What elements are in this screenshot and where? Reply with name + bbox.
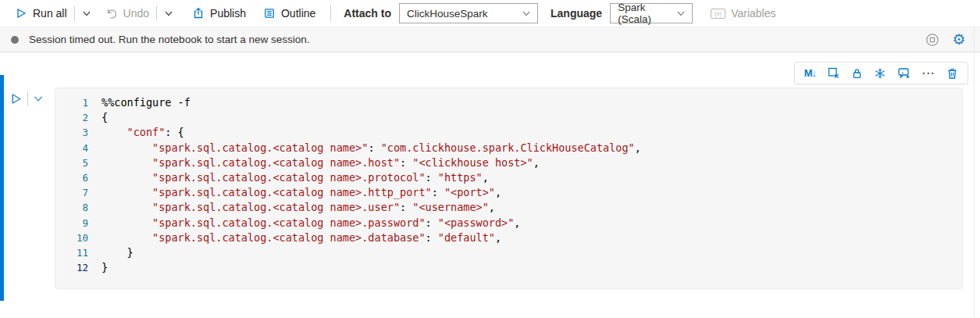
active-cell-indicator xyxy=(0,75,4,301)
outline-button[interactable]: Outline xyxy=(256,0,323,27)
stop-session-button[interactable] xyxy=(922,30,943,50)
cell-run-controls xyxy=(9,91,44,105)
variables-icon: (x) xyxy=(711,9,725,19)
variables-label: Variables xyxy=(731,7,775,20)
collapse-cell-chevron-button[interactable] xyxy=(33,93,44,104)
separator xyxy=(330,5,331,22)
code-line[interactable]: 7 "spark.sql.catalog.<catalog name>.http… xyxy=(55,185,962,200)
code-text: "conf": { xyxy=(102,125,184,140)
attach-to-value: ClickHouseSpark xyxy=(407,8,488,20)
code-line[interactable]: 12} xyxy=(55,260,962,275)
code-text: "spark.sql.catalog.<catalog name>.protoc… xyxy=(102,170,489,185)
markdown-icon: M↓ xyxy=(804,67,816,79)
line-number: 9 xyxy=(55,216,88,230)
language-dropdown[interactable]: Spark (Scala) xyxy=(610,3,693,23)
code-lines: 1%%configure -f2{3 "conf": {4 "spark.sql… xyxy=(55,95,962,275)
delete-cell-button[interactable] xyxy=(941,63,964,84)
publish-button[interactable]: Publish xyxy=(185,0,253,27)
code-line[interactable]: 6 "spark.sql.catalog.<catalog name>.prot… xyxy=(55,170,962,185)
undo-label: Undo xyxy=(123,7,149,20)
run-cell-button[interactable] xyxy=(9,92,23,105)
clear-cell-button[interactable] xyxy=(821,63,846,84)
code-text: "spark.sql.catalog.<catalog name>.user":… xyxy=(102,200,495,215)
line-number: 4 xyxy=(55,141,88,155)
line-number: 1 xyxy=(55,95,88,110)
line-number: 8 xyxy=(55,200,88,215)
comment-plus-icon xyxy=(897,66,911,80)
gear-icon: ⚙ xyxy=(952,32,965,47)
session-settings-button[interactable]: ⚙ xyxy=(949,30,969,50)
line-number: 12 xyxy=(55,260,88,275)
code-line[interactable]: 8 "spark.sql.catalog.<catalog name>.user… xyxy=(55,200,962,215)
stop-session-icon xyxy=(925,33,939,47)
play-icon xyxy=(15,7,27,20)
freeze-cell-button[interactable] xyxy=(868,63,892,84)
line-number: 11 xyxy=(55,245,88,260)
line-number: 7 xyxy=(55,185,88,200)
clear-cell-icon xyxy=(827,66,840,80)
run-all-button[interactable]: Run all xyxy=(8,0,74,27)
code-text: { xyxy=(102,110,108,125)
run-all-label: Run all xyxy=(33,7,67,20)
more-actions-button[interactable]: ··· xyxy=(917,63,941,84)
separator xyxy=(27,91,28,105)
line-number: 6 xyxy=(55,170,88,185)
markdown-toggle-button[interactable]: M↓ xyxy=(799,63,821,84)
lock-icon xyxy=(851,67,863,80)
language-label: Language xyxy=(551,7,602,20)
code-line[interactable]: 11 } xyxy=(55,245,962,260)
code-text: "spark.sql.catalog.<catalog name>.passwo… xyxy=(102,216,520,230)
code-line[interactable]: 2{ xyxy=(55,110,962,125)
add-comment-button[interactable] xyxy=(892,63,917,84)
line-number: 3 xyxy=(55,125,88,140)
attach-to-label: Attach to xyxy=(344,7,391,20)
code-text: "spark.sql.catalog.<catalog name>.databa… xyxy=(102,230,501,245)
code-line[interactable]: 5 "spark.sql.catalog.<catalog name>.host… xyxy=(55,155,962,170)
notebook-app: Run all Undo xyxy=(0,0,980,318)
line-number: 2 xyxy=(55,110,88,125)
undo-button[interactable]: Undo xyxy=(98,0,156,27)
undo-icon xyxy=(105,7,118,20)
chevron-down-icon xyxy=(82,9,91,18)
language-value: Spark (Scala) xyxy=(618,2,676,25)
session-message: Session timed out. Run the notebook to s… xyxy=(29,34,922,45)
run-options-chevron-button[interactable] xyxy=(75,0,98,27)
notebook-body: M↓ xyxy=(0,52,980,318)
code-line[interactable]: 9 "spark.sql.catalog.<catalog name>.pass… xyxy=(55,216,962,230)
code-line[interactable]: 3 "conf": { xyxy=(55,125,962,140)
code-text: } xyxy=(102,245,134,260)
code-text: } xyxy=(102,260,108,275)
scrollbar-track[interactable] xyxy=(974,27,975,318)
chevron-down-icon xyxy=(522,9,531,18)
code-line[interactable]: 1%%configure -f xyxy=(55,95,962,110)
code-line[interactable]: 10 "spark.sql.catalog.<catalog name>.dat… xyxy=(55,230,962,245)
session-status-dot-icon xyxy=(11,36,19,44)
variables-button[interactable]: (x) Variables xyxy=(704,0,782,27)
code-cell[interactable]: 1%%configure -f2{3 "conf": {4 "spark.sql… xyxy=(55,88,963,289)
undo-options-chevron-button[interactable] xyxy=(157,0,180,27)
code-text: "spark.sql.catalog.<catalog name>.host":… xyxy=(102,155,540,170)
attach-to-dropdown[interactable]: ClickHouseSpark xyxy=(399,3,538,23)
outline-icon xyxy=(263,7,276,20)
freeze-snowflake-icon xyxy=(874,67,886,80)
outline-label: Outline xyxy=(281,7,315,20)
code-text: %%configure -f xyxy=(102,95,191,110)
publish-icon xyxy=(192,7,205,20)
ellipsis-icon: ··· xyxy=(922,67,935,80)
lock-cell-button[interactable] xyxy=(846,63,868,84)
code-text: "spark.sql.catalog.<catalog name>.http_p… xyxy=(102,185,501,200)
line-number: 10 xyxy=(55,230,88,245)
top-toolbar: Run all Undo xyxy=(0,0,980,27)
publish-label: Publish xyxy=(210,7,246,20)
chevron-down-icon xyxy=(676,9,686,18)
cell-toolbar: M↓ xyxy=(794,62,968,84)
chevron-down-icon xyxy=(164,9,173,18)
session-status-bar: Session timed out. Run the notebook to s… xyxy=(0,27,980,52)
line-number: 5 xyxy=(55,155,88,170)
code-text: "spark.sql.catalog.<catalog name>": "com… xyxy=(102,141,641,155)
code-line[interactable]: 4 "spark.sql.catalog.<catalog name>": "c… xyxy=(55,141,962,155)
trash-icon xyxy=(946,67,958,80)
